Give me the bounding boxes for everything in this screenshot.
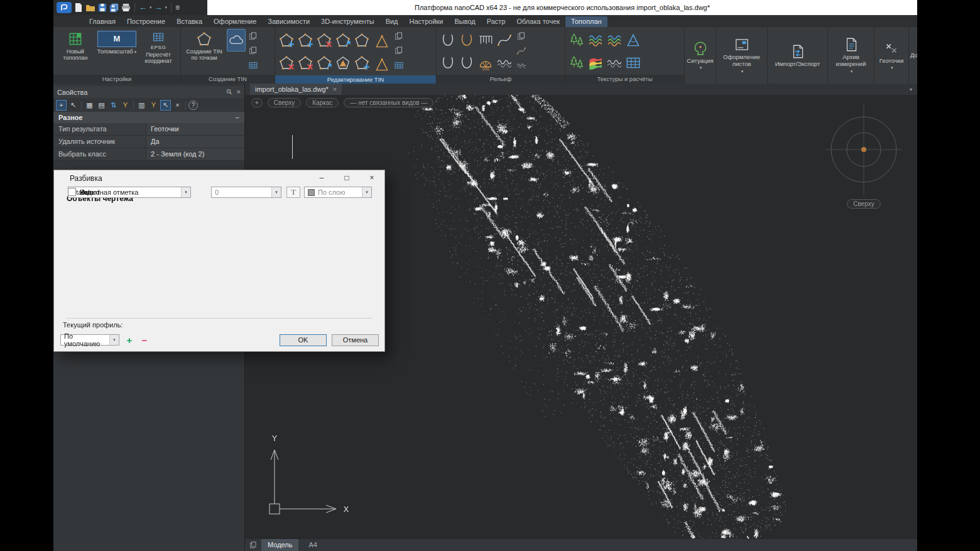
topo-scale-button[interactable]: M Топомасштаб▾ [97, 29, 137, 55]
layout-a4-tab[interactable]: A4 [302, 539, 323, 551]
situation-button[interactable]: Ситуация ▾ [685, 27, 716, 84]
compass-view-label[interactable]: Сверху [847, 199, 880, 209]
contour-label-button[interactable] [438, 52, 457, 74]
contour-button[interactable] [438, 29, 457, 52]
tin-small-button-3[interactable] [247, 59, 259, 72]
tin-edit-small-2[interactable] [393, 45, 405, 57]
tin-remove-point-button[interactable] [277, 52, 296, 74]
tab-vstavka[interactable]: Вставка [171, 16, 208, 27]
select-cursor-icon[interactable]: ↖ [68, 100, 79, 111]
minimize-button[interactable]: – [309, 170, 334, 187]
additions-button-clipped[interactable]: До [909, 27, 917, 84]
save-all-icon[interactable] [109, 2, 119, 13]
help-icon[interactable]: ? [188, 101, 198, 110]
linked-views-button[interactable]: — нет связанных видов — [344, 98, 433, 107]
close-button[interactable]: × [359, 170, 384, 187]
pin-icon[interactable]: ⚲ [227, 88, 232, 96]
tin-small-button-2[interactable] [247, 45, 259, 57]
tin-remove-edge-button[interactable] [296, 52, 315, 74]
relief-legend-button[interactable] [586, 52, 605, 74]
profile-select[interactable]: По умолчанию ▾ [60, 334, 119, 346]
texture-waves-button[interactable] [586, 29, 605, 52]
code-color-select[interactable]: По слою ▾ [304, 187, 372, 198]
undo-icon[interactable]: ← [139, 2, 147, 13]
collapse-icon[interactable]: − [236, 114, 239, 121]
tin-smooth-button[interactable] [352, 29, 371, 52]
tab-3d-instrumenty[interactable]: 3D-инструменты [315, 16, 380, 27]
flow-arrows-button[interactable] [605, 52, 624, 74]
tin-add-edge-button[interactable] [296, 29, 315, 52]
vegetation-button[interactable] [567, 29, 586, 52]
customize-toolbar-icon[interactable]: ≡ [175, 2, 180, 13]
property-value[interactable]: Да [146, 136, 244, 148]
spline-button[interactable] [495, 29, 514, 52]
viewport-add-icon[interactable]: + [251, 98, 263, 107]
calc-table-button[interactable] [624, 52, 643, 74]
property-value[interactable]: Геоточки [146, 123, 244, 135]
grid-view-icon[interactable]: ▦ [84, 100, 95, 111]
property-value[interactable]: 2 - Земля (код 2) [146, 148, 244, 160]
section-misc[interactable]: Разное − [53, 112, 244, 123]
tab-zavisimosti[interactable]: Зависимости [262, 16, 315, 27]
add-profile-button[interactable]: + [123, 334, 136, 346]
contour-dashed-button[interactable] [457, 52, 476, 74]
tab-oblaka-tochek[interactable]: Облака точек [511, 16, 566, 27]
filter-clear-icon[interactable]: Y [148, 100, 159, 111]
close-panel-icon[interactable]: × [237, 88, 241, 96]
cancel-button[interactable]: Отмена [332, 334, 379, 346]
tab-rastr[interactable]: Растр [481, 16, 511, 27]
view-direction-button[interactable]: Сверху [268, 98, 301, 107]
close-tab-icon[interactable]: × [333, 85, 337, 93]
group-label-settings[interactable]: Настройки [53, 75, 180, 84]
layout-list-icon[interactable] [249, 541, 258, 550]
sheet-layout-button[interactable]: Оформление листов ▾ [716, 27, 768, 84]
tab-topoplan[interactable]: Топоплан [565, 16, 607, 27]
scale-value-box[interactable]: M [97, 31, 136, 47]
tin-small-button-1[interactable] [247, 30, 259, 43]
tab-nastroyki[interactable]: Настройки [404, 16, 449, 27]
import-export-button[interactable]: Импорт/Экспорт [768, 27, 828, 84]
document-tab[interactable]: import_oblaka_las.dwg* × [250, 84, 342, 95]
relief-small-1[interactable] [515, 30, 528, 43]
redo-history-icon[interactable]: ▾ [165, 2, 168, 13]
visual-style-button[interactable]: Каркас [306, 98, 339, 107]
add-selection-icon[interactable]: + [56, 100, 67, 111]
tab-postroenie[interactable]: Построение [121, 16, 171, 27]
volume-cone-button[interactable] [624, 29, 643, 52]
tin-check-button[interactable] [352, 52, 371, 74]
code-style-select[interactable]: 0 ▾ [211, 187, 281, 198]
tin-move-point-button[interactable] [315, 52, 334, 74]
tin-fill-button[interactable] [334, 52, 352, 74]
redo-icon[interactable]: → [155, 2, 163, 13]
group-label-tin-create[interactable]: Создание TIN [181, 75, 275, 84]
checkbox-unchecked[interactable] [68, 188, 76, 196]
sort-icon[interactable]: ⇅ [108, 100, 119, 111]
profile-wave-button[interactable] [495, 52, 514, 74]
tab-list-chevron-icon[interactable]: ▾ [910, 87, 912, 92]
tin-edit-small-3[interactable] [393, 59, 405, 72]
quick-select-icon[interactable]: ↖ [160, 100, 171, 111]
create-tin-by-points-button[interactable]: Создание TIN по точкам [183, 29, 226, 62]
contour-orange-button[interactable] [457, 29, 476, 52]
new-topoplan-button[interactable]: Новый топоплан [55, 29, 95, 62]
create-tin-from-point-cloud-button[interactable] [227, 29, 246, 52]
print-icon[interactable] [121, 2, 131, 13]
group-label-tin-edit[interactable]: Редактирование TIN [275, 75, 436, 84]
category-view-icon[interactable]: ▥ [136, 100, 147, 111]
group-label-relief[interactable]: Рельеф [437, 75, 565, 84]
tab-vid[interactable]: Вид [380, 16, 404, 27]
measurement-archive-button[interactable]: Архив измерений ▾ [828, 27, 874, 84]
open-folder-icon[interactable] [85, 2, 95, 13]
geopoints-button[interactable]: Геоточки ▾ [874, 27, 909, 84]
ok-button[interactable]: OK [280, 334, 327, 346]
filter-icon[interactable]: Y [120, 100, 131, 111]
group-label-textures[interactable]: Текстуры и расчёты [565, 75, 684, 84]
tab-glavnaya[interactable]: Главная [84, 16, 121, 27]
texture-waves2-button[interactable] [605, 29, 624, 52]
relief-small-2[interactable] [515, 45, 528, 57]
list-view-icon[interactable]: ▤ [96, 100, 107, 111]
new-document-icon[interactable] [74, 2, 83, 13]
remove-profile-button[interactable]: − [138, 334, 151, 346]
tin-edit-small-1[interactable] [393, 30, 405, 43]
tin-delete-button[interactable] [315, 29, 334, 52]
